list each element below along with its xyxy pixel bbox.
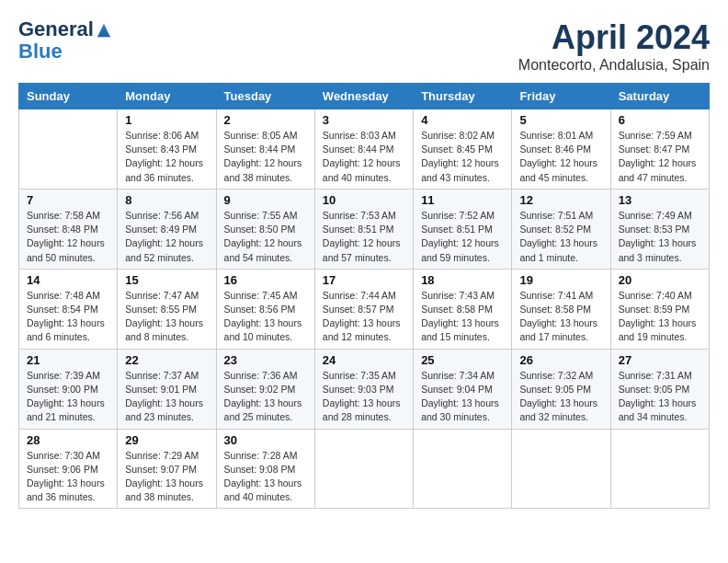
day-info: Sunrise: 7:47 AM Sunset: 8:55 PM Dayligh… xyxy=(125,289,208,345)
title-area: April 2024 Montecorto, Andalusia, Spain xyxy=(518,18,710,74)
calendar-cell: 12Sunrise: 7:51 AM Sunset: 8:52 PM Dayli… xyxy=(512,189,610,269)
day-info: Sunrise: 7:58 AM Sunset: 8:48 PM Dayligh… xyxy=(27,209,109,265)
calendar-cell: 21Sunrise: 7:39 AM Sunset: 9:00 PM Dayli… xyxy=(19,349,118,429)
day-info: Sunrise: 8:01 AM Sunset: 8:46 PM Dayligh… xyxy=(519,129,602,185)
day-number: 24 xyxy=(323,353,405,367)
calendar-cell: 13Sunrise: 7:49 AM Sunset: 8:53 PM Dayli… xyxy=(610,189,709,269)
day-number: 14 xyxy=(27,273,109,287)
day-number: 21 xyxy=(27,353,109,367)
day-number: 20 xyxy=(619,273,701,287)
calendar-cell: 4Sunrise: 8:02 AM Sunset: 8:45 PM Daylig… xyxy=(414,109,512,190)
day-number: 25 xyxy=(421,353,504,367)
calendar-cell: 20Sunrise: 7:40 AM Sunset: 8:59 PM Dayli… xyxy=(610,269,709,349)
day-info: Sunrise: 7:29 AM Sunset: 9:07 PM Dayligh… xyxy=(125,449,208,505)
day-number: 17 xyxy=(323,273,405,287)
column-header-thursday: Thursday xyxy=(414,84,512,109)
day-info: Sunrise: 7:39 AM Sunset: 9:00 PM Dayligh… xyxy=(27,369,109,425)
day-number: 11 xyxy=(421,193,504,207)
calendar-cell: 27Sunrise: 7:31 AM Sunset: 9:05 PM Dayli… xyxy=(610,349,709,429)
calendar-cell: 1Sunrise: 8:06 AM Sunset: 8:43 PM Daylig… xyxy=(118,109,216,190)
day-number: 22 xyxy=(125,353,208,367)
column-header-monday: Monday xyxy=(118,84,216,109)
day-number: 7 xyxy=(27,193,109,207)
day-number: 23 xyxy=(224,353,307,367)
day-number: 30 xyxy=(224,433,307,447)
logo-icon xyxy=(96,22,112,39)
calendar-cell: 11Sunrise: 7:52 AM Sunset: 8:51 PM Dayli… xyxy=(414,189,512,269)
day-info: Sunrise: 7:53 AM Sunset: 8:51 PM Dayligh… xyxy=(323,209,405,265)
calendar-header-row: SundayMondayTuesdayWednesdayThursdayFrid… xyxy=(19,84,710,109)
location-title: Montecorto, Andalusia, Spain xyxy=(518,57,710,74)
svg-marker-1 xyxy=(97,29,110,37)
column-header-saturday: Saturday xyxy=(610,84,709,109)
day-info: Sunrise: 8:03 AM Sunset: 8:44 PM Dayligh… xyxy=(323,129,405,185)
calendar-cell: 9Sunrise: 7:55 AM Sunset: 8:50 PM Daylig… xyxy=(216,189,314,269)
day-info: Sunrise: 7:32 AM Sunset: 9:05 PM Dayligh… xyxy=(519,369,602,425)
column-header-tuesday: Tuesday xyxy=(216,84,314,109)
calendar-cell: 24Sunrise: 7:35 AM Sunset: 9:03 PM Dayli… xyxy=(314,349,413,429)
calendar-cell: 22Sunrise: 7:37 AM Sunset: 9:01 PM Dayli… xyxy=(118,349,216,429)
calendar-cell: 30Sunrise: 7:28 AM Sunset: 9:08 PM Dayli… xyxy=(216,429,314,509)
day-info: Sunrise: 7:37 AM Sunset: 9:01 PM Dayligh… xyxy=(125,369,208,425)
calendar-cell: 8Sunrise: 7:56 AM Sunset: 8:49 PM Daylig… xyxy=(118,189,216,269)
page-header: General Blue April 2024 Montecorto, Anda… xyxy=(18,18,710,74)
day-info: Sunrise: 8:02 AM Sunset: 8:45 PM Dayligh… xyxy=(421,129,504,185)
day-number: 3 xyxy=(323,113,405,127)
calendar-cell: 10Sunrise: 7:53 AM Sunset: 8:51 PM Dayli… xyxy=(314,189,413,269)
day-info: Sunrise: 7:44 AM Sunset: 8:57 PM Dayligh… xyxy=(323,289,405,345)
calendar-week-row: 14Sunrise: 7:48 AM Sunset: 8:54 PM Dayli… xyxy=(19,269,710,349)
day-number: 15 xyxy=(125,273,208,287)
calendar-cell: 5Sunrise: 8:01 AM Sunset: 8:46 PM Daylig… xyxy=(512,109,610,190)
day-info: Sunrise: 7:48 AM Sunset: 8:54 PM Dayligh… xyxy=(27,289,109,345)
day-info: Sunrise: 7:28 AM Sunset: 9:08 PM Dayligh… xyxy=(224,449,307,505)
calendar-cell: 19Sunrise: 7:41 AM Sunset: 8:58 PM Dayli… xyxy=(512,269,610,349)
day-number: 26 xyxy=(519,353,602,367)
day-number: 1 xyxy=(125,113,208,127)
calendar-cell: 3Sunrise: 8:03 AM Sunset: 8:44 PM Daylig… xyxy=(314,109,413,190)
column-header-friday: Friday xyxy=(512,84,610,109)
calendar-week-row: 28Sunrise: 7:30 AM Sunset: 9:06 PM Dayli… xyxy=(19,429,710,509)
calendar-cell xyxy=(19,109,118,190)
calendar-cell: 2Sunrise: 8:05 AM Sunset: 8:44 PM Daylig… xyxy=(216,109,314,190)
column-header-wednesday: Wednesday xyxy=(314,84,413,109)
calendar-cell: 29Sunrise: 7:29 AM Sunset: 9:07 PM Dayli… xyxy=(118,429,216,509)
month-title: April 2024 xyxy=(518,18,710,57)
day-number: 6 xyxy=(619,113,701,127)
day-number: 12 xyxy=(519,193,602,207)
calendar-cell: 18Sunrise: 7:43 AM Sunset: 8:58 PM Dayli… xyxy=(414,269,512,349)
day-info: Sunrise: 7:34 AM Sunset: 9:04 PM Dayligh… xyxy=(421,369,504,425)
day-info: Sunrise: 7:30 AM Sunset: 9:06 PM Dayligh… xyxy=(27,449,109,505)
calendar-cell: 15Sunrise: 7:47 AM Sunset: 8:55 PM Dayli… xyxy=(118,269,216,349)
day-info: Sunrise: 7:40 AM Sunset: 8:59 PM Dayligh… xyxy=(619,289,701,345)
day-info: Sunrise: 7:31 AM Sunset: 9:05 PM Dayligh… xyxy=(619,369,701,425)
calendar-cell: 23Sunrise: 7:36 AM Sunset: 9:02 PM Dayli… xyxy=(216,349,314,429)
calendar-week-row: 21Sunrise: 7:39 AM Sunset: 9:00 PM Dayli… xyxy=(19,349,710,429)
day-number: 8 xyxy=(125,193,208,207)
day-number: 29 xyxy=(125,433,208,447)
calendar-table: SundayMondayTuesdayWednesdayThursdayFrid… xyxy=(18,83,710,509)
calendar-cell xyxy=(512,429,610,509)
day-number: 2 xyxy=(224,113,307,127)
day-number: 13 xyxy=(619,193,701,207)
calendar-week-row: 1Sunrise: 8:06 AM Sunset: 8:43 PM Daylig… xyxy=(19,109,710,190)
day-number: 4 xyxy=(421,113,504,127)
day-info: Sunrise: 7:49 AM Sunset: 8:53 PM Dayligh… xyxy=(619,209,701,265)
day-info: Sunrise: 8:06 AM Sunset: 8:43 PM Dayligh… xyxy=(125,129,208,185)
calendar-week-row: 7Sunrise: 7:58 AM Sunset: 8:48 PM Daylig… xyxy=(19,189,710,269)
logo-blue: Blue xyxy=(18,40,63,63)
calendar-cell: 28Sunrise: 7:30 AM Sunset: 9:06 PM Dayli… xyxy=(19,429,118,509)
day-info: Sunrise: 8:05 AM Sunset: 8:44 PM Dayligh… xyxy=(224,129,307,185)
day-number: 18 xyxy=(421,273,504,287)
day-info: Sunrise: 7:59 AM Sunset: 8:47 PM Dayligh… xyxy=(619,129,701,185)
calendar-cell: 14Sunrise: 7:48 AM Sunset: 8:54 PM Dayli… xyxy=(19,269,118,349)
day-number: 19 xyxy=(519,273,602,287)
day-info: Sunrise: 7:35 AM Sunset: 9:03 PM Dayligh… xyxy=(323,369,405,425)
day-number: 16 xyxy=(224,273,307,287)
calendar-cell: 26Sunrise: 7:32 AM Sunset: 9:05 PM Dayli… xyxy=(512,349,610,429)
day-info: Sunrise: 7:45 AM Sunset: 8:56 PM Dayligh… xyxy=(224,289,307,345)
day-info: Sunrise: 7:36 AM Sunset: 9:02 PM Dayligh… xyxy=(224,369,307,425)
calendar-cell: 7Sunrise: 7:58 AM Sunset: 8:48 PM Daylig… xyxy=(19,189,118,269)
logo-general: General xyxy=(18,17,94,40)
calendar-cell: 16Sunrise: 7:45 AM Sunset: 8:56 PM Dayli… xyxy=(216,269,314,349)
logo: General Blue xyxy=(18,18,112,63)
